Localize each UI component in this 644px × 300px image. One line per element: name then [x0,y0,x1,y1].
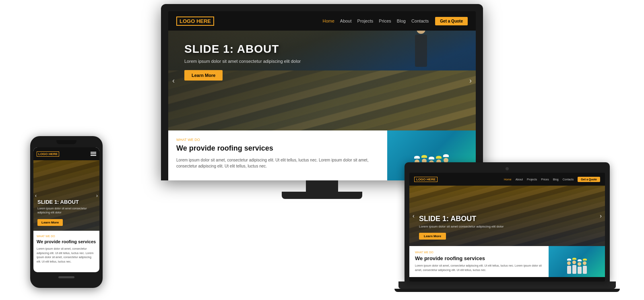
lw-helmet-1 [567,259,571,261]
hamburger-line-3 [91,155,96,156]
monitor-quote-button[interactable]: Get a Quote [435,17,468,25]
phone-hero-title: SLIDE 1: ABOUT [37,199,90,205]
monitor-stand-neck [306,180,338,192]
monitor-nav: LOGO HERE Home About Projects Prices Blo… [168,11,476,31]
lw-body-3 [578,267,582,274]
monitor-hero-next-arrow[interactable]: › [469,77,472,85]
monitor-hero-subtitle: Lorem ipsum dolor sit amet consectetur a… [184,59,321,64]
monitor-hero-prev-arrow[interactable]: ‹ [172,77,175,85]
phone-nav: LOGO HERE [33,147,99,160]
phone-hero-cta-button[interactable]: Learn More [37,219,63,226]
lw-head-2 [572,261,576,264]
monitor-section-text: What we do We provide roofing services L… [168,130,387,180]
laptop-hero-title: SLIDE 1: ABOUT [419,215,504,223]
phone-bezel: LOGO HERE SLIDE 1: ABOUT Lorem ipsum dol… [30,136,103,288]
phone-section-title: We provide roofing services [37,239,96,244]
laptop-hero-cta-button[interactable]: Learn More [419,233,446,240]
laptop-base [398,281,616,289]
lw-head-1 [567,261,571,265]
monitor-section-body: Lorem ipsum dolor sit amet, consectetur … [176,157,379,169]
phone-hero-next-arrow[interactable]: › [96,193,98,199]
monitor-screen: LOGO HERE Home About Projects Prices Blo… [168,11,476,180]
laptop-hero-next-arrow[interactable]: › [600,213,602,219]
laptop-camera [506,167,509,170]
laptop-worker-2 [572,258,576,274]
phone-logo: LOGO HERE [37,151,59,157]
laptop-section-title: We provide roofing services [415,255,543,261]
laptop-workers-group [549,246,605,277]
phone-hero-content: SLIDE 1: ABOUT Lorem ipsum dolor sit ame… [37,199,90,226]
laptop-section-tag: What we do [415,251,543,254]
monitor-nav-links: Home About Projects Prices Blog Contacts [322,19,429,23]
monitor-hero-title: SLIDE 1: ABOUT [184,43,460,56]
laptop-nav-projects[interactable]: Projects [527,178,537,181]
hamburger-line-2 [91,153,96,154]
laptop-worker-3 [578,259,582,274]
laptop-logo: LOGO HERE [414,177,438,182]
laptop-nav-prices[interactable]: Prices [541,178,549,181]
monitor-hero: SLIDE 1: ABOUT Lorem ipsum dolor sit ame… [168,31,476,130]
worker-helmet-2 [421,155,427,158]
laptop-section: What we do We provide roofing services L… [409,246,605,277]
lw-helmet-4 [583,259,587,261]
laptop-nav-contacts[interactable]: Contacts [563,178,574,181]
monitor-section-title: We provide roofing services [176,144,379,153]
laptop-hero-prev-arrow[interactable]: ‹ [413,213,415,219]
laptop-device: LOGO HERE Home About Projects Prices Blo… [405,162,620,292]
laptop-hero-content: SLIDE 1: ABOUT Lorem ipsum dolor sit ame… [419,215,504,240]
laptop-section-image [549,246,605,277]
monitor-nav-projects[interactable]: Projects [357,19,374,23]
monitor-nav-about[interactable]: About [340,19,352,23]
lw-head-4 [583,261,586,265]
laptop-nav: LOGO HERE Home About Projects Prices Blo… [409,173,605,186]
monitor-stand-base [282,192,362,199]
phone-section: What we do We provide roofing services L… [33,231,99,268]
monitor-nav-contacts[interactable]: Contacts [411,19,429,23]
phone-hero-subtitle: Lorem ipsum dolor sit amet consectetur a… [37,207,90,215]
laptop-nav-blog[interactable]: Blog [553,178,559,181]
phone-notch [56,140,76,144]
laptop-section-body: Lorem ipsum dolor sit amet, consectetur … [415,264,543,272]
lw-body-2 [572,265,576,274]
worker-helmet-4 [436,156,442,159]
phone-hamburger-button[interactable] [91,152,96,156]
laptop-hero-subtitle: Lorem ipsum dolor sit amet consectetur a… [419,225,504,228]
monitor-hero-cta-button[interactable]: Learn More [184,70,223,81]
laptop-screen: LOGO HERE Home About Projects Prices Blo… [409,173,605,281]
laptop-nav-links: Home About Projects Prices Blog Contacts [504,178,574,181]
monitor-hero-content: SLIDE 1: ABOUT Lorem ipsum dolor sit ame… [168,31,476,93]
monitor-section-tag: What we do [176,138,379,142]
phone-screen: LOGO HERE SLIDE 1: ABOUT Lorem ipsum dol… [33,147,99,272]
lw-body-1 [567,266,571,274]
lw-helmet-3 [578,259,582,261]
monitor-nav-home[interactable]: Home [322,19,334,23]
monitor-nav-prices[interactable]: Prices [379,19,391,23]
monitor-nav-blog[interactable]: Blog [397,19,406,23]
phone-home-button[interactable] [58,276,74,278]
laptop-bottom [394,289,620,292]
phone-hero: SLIDE 1: ABOUT Lorem ipsum dolor sit ame… [33,160,99,231]
phone-hero-prev-arrow[interactable]: ‹ [35,193,37,199]
laptop-nav-about[interactable]: About [516,178,523,181]
lw-head-3 [578,262,581,266]
monitor-logo: LOGO HERE [176,17,214,26]
laptop-hero: SLIDE 1: ABOUT Lorem ipsum dolor sit ame… [409,186,605,246]
laptop-screen-part: LOGO HERE Home About Projects Prices Blo… [405,162,610,281]
laptop-section-text: What we do We provide roofing services L… [409,246,549,277]
monitor-bezel: LOGO HERE Home About Projects Prices Blo… [161,4,483,180]
phone-device: LOGO HERE SLIDE 1: ABOUT Lorem ipsum dol… [30,136,103,288]
worker-helmet-3 [429,157,434,159]
laptop-nav-home[interactable]: Home [504,178,512,181]
laptop-worker-1 [567,259,571,274]
lw-helmet-2 [572,258,576,260]
hamburger-line-1 [91,152,96,153]
worker-helmet-1 [414,156,420,159]
scene: LOGO HERE Home About Projects Prices Blo… [0,0,644,300]
laptop-quote-button[interactable]: Get a Quote [578,177,600,182]
lw-body-4 [583,266,587,274]
laptop-worker-4 [583,259,587,274]
phone-section-body: Lorem ipsum dolor sit amet, consectetur … [37,247,96,264]
phone-section-tag: What we do [37,235,96,238]
worker-helmet-5 [443,154,449,157]
